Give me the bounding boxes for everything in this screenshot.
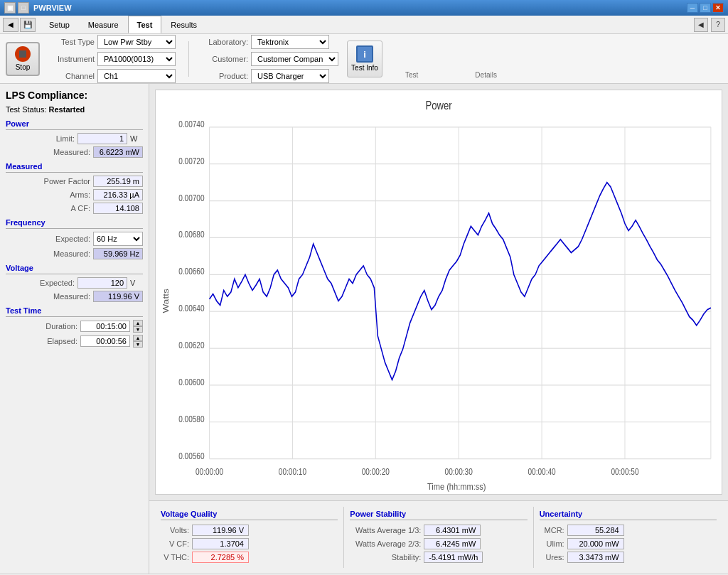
testtime-section-header: Test Time	[6, 306, 143, 317]
measured-section-header: Measured	[6, 162, 143, 173]
svg-text:0.00580: 0.00580	[178, 414, 204, 424]
pf-row: Power Factor 255.19 m	[6, 176, 143, 187]
ures-value: 3.3473 mW	[567, 552, 624, 563]
vthc-label: V THC:	[161, 553, 189, 561]
toolbar: Stop Test Type Low Pwr Stby Instrument P…	[0, 34, 728, 84]
product-select[interactable]: USB Charger	[251, 69, 329, 83]
svg-text:00:00:40: 00:00:40	[528, 467, 556, 476]
help-button[interactable]: ?	[711, 18, 725, 32]
chart-area: Power Watts 0.00560 0.00580 0.00600 0.00…	[149, 84, 728, 500]
test-section-label: Test	[405, 71, 418, 79]
stop-button[interactable]: Stop	[6, 42, 40, 76]
channel-row: Channel Ch1	[48, 69, 176, 83]
svg-text:0.00660: 0.00660	[178, 267, 204, 276]
main-content: LPS Compliance: Test Status: Restarted P…	[0, 84, 728, 574]
customer-select[interactable]: Customer Compan	[251, 52, 338, 66]
duration-value: 00:15:00	[80, 321, 130, 332]
power-measured-label: Measured:	[48, 148, 90, 156]
voltage-quality-title: Voltage Quality	[161, 510, 338, 520]
instrument-select[interactable]: PA1000(0013)	[97, 52, 176, 66]
volt-expected-label: Expected:	[32, 279, 75, 287]
app-title: PWRVIEW	[33, 4, 72, 12]
channel-select[interactable]: Ch1	[97, 69, 176, 83]
watts23-label: Watts Average 2/3:	[350, 539, 421, 548]
ulim-label: Ulim:	[540, 539, 564, 548]
instrument-label: Instrument	[48, 55, 95, 63]
title-controls: ─ □ ✕	[687, 3, 724, 13]
toolbar-left-fields: Test Type Low Pwr Stby Instrument PA1000…	[48, 35, 176, 83]
elapsed-label: Elapsed:	[35, 337, 77, 345]
svg-text:Power: Power	[425, 100, 451, 112]
svg-text:00:00:30: 00:00:30	[445, 467, 473, 476]
elapsed-spinner[interactable]: ▲ ▼	[133, 335, 143, 348]
arms-label: Arms:	[48, 190, 90, 199]
stop-inner	[19, 50, 26, 58]
test-type-select[interactable]: Low Pwr Stby	[97, 35, 176, 49]
svg-text:00:00:20: 00:00:20	[362, 467, 390, 476]
svg-text:00:00:00: 00:00:00	[196, 467, 223, 476]
svg-text:0.00560: 0.00560	[178, 451, 204, 461]
volt-expected-value: 120	[77, 277, 127, 289]
test-type-row: Test Type Low Pwr Stby	[48, 35, 176, 49]
power-limit-value: 1	[77, 133, 127, 144]
restore-button[interactable]: □	[700, 3, 711, 13]
watts13-label: Watts Average 1/3:	[350, 526, 421, 534]
watts23-value: 6.4245 mW	[424, 538, 481, 549]
help-arrow-button[interactable]: ◀	[694, 18, 708, 32]
toolbar-right-fields: Laboratory: Tektronix Customer: Customer…	[202, 35, 338, 83]
pf-label: Power Factor	[44, 177, 90, 186]
vthc-row: V THC: 2.7285 %	[161, 552, 338, 563]
svg-text:0.00720: 0.00720	[178, 156, 204, 166]
menu-bar: ◀ 💾 Setup Measure Test Results ◀ ?	[0, 16, 728, 34]
stop-label: Stop	[16, 63, 31, 71]
status-label: Test Status:	[6, 105, 46, 114]
duration-row: Duration: 00:15:00 ▲ ▼	[6, 320, 143, 333]
minimize-button[interactable]: ─	[687, 3, 698, 13]
vcf-label: V CF:	[161, 539, 189, 548]
mcr-row: MCR: 55.284	[540, 525, 717, 536]
voltage-section-header: Voltage	[6, 264, 143, 274]
close-button[interactable]: ✕	[712, 3, 724, 13]
elapsed-down[interactable]: ▼	[133, 341, 143, 348]
volts-value: 119.96 V	[192, 525, 249, 536]
menu-save-button[interactable]: 💾	[20, 18, 36, 32]
voltage-quality-group: Voltage Quality Volts: 119.96 V V CF: 1.…	[155, 507, 344, 568]
duration-down[interactable]: ▼	[133, 326, 143, 333]
volts-label: Volts:	[161, 526, 189, 534]
elapsed-up[interactable]: ▲	[133, 335, 143, 341]
tab-setup[interactable]: Setup	[40, 16, 79, 33]
tab-test[interactable]: Test	[128, 16, 162, 33]
svg-text:00:00:50: 00:00:50	[611, 467, 638, 476]
duration-up[interactable]: ▲	[133, 320, 143, 326]
power-measured-row: Measured: 6.6223 mW	[6, 146, 143, 158]
duration-spinner[interactable]: ▲ ▼	[133, 320, 143, 333]
freq-expected-select[interactable]: 60 Hz	[93, 232, 143, 246]
svg-text:0.00620: 0.00620	[178, 340, 204, 350]
uncertainty-title: Uncertainty	[540, 510, 717, 520]
elapsed-value: 00:00:56	[80, 335, 130, 347]
customer-label: Customer:	[202, 55, 248, 63]
customer-row: Customer: Customer Compan	[202, 52, 338, 66]
product-row: Product: USB Charger	[202, 69, 338, 83]
svg-text:00:00:10: 00:00:10	[279, 467, 306, 476]
pf-value: 255.19 m	[93, 176, 143, 187]
test-info-button[interactable]: i Test Info	[347, 41, 382, 77]
mcr-value: 55.284	[567, 525, 624, 536]
volt-measured-value: 119.96 V	[93, 291, 143, 302]
power-chart: Power Watts 0.00560 0.00580 0.00600 0.00…	[156, 90, 722, 494]
ulim-value: 20.000 mW	[567, 538, 624, 549]
tab-results[interactable]: Results	[161, 16, 206, 33]
volt-measured-row: Measured: 119.96 V	[6, 291, 143, 302]
volt-measured-label: Measured:	[48, 292, 90, 301]
left-panel: LPS Compliance: Test Status: Restarted P…	[0, 84, 149, 574]
power-limit-row: Limit: 1 W	[6, 133, 143, 144]
right-area: Power Watts 0.00560 0.00580 0.00600 0.00…	[149, 84, 728, 574]
laboratory-select[interactable]: Tektronix	[251, 35, 329, 49]
power-stability-group: Power Stability Watts Average 1/3: 6.430…	[344, 507, 533, 568]
elapsed-row: Elapsed: 00:00:56 ▲ ▼	[6, 335, 143, 348]
tab-measure[interactable]: Measure	[79, 16, 128, 33]
menu-back-button[interactable]: ◀	[3, 18, 18, 32]
menu-right-buttons: ◀ ?	[694, 16, 725, 33]
power-measured-value: 6.6223 mW	[93, 146, 143, 158]
instrument-row: Instrument PA1000(0013)	[48, 52, 176, 66]
